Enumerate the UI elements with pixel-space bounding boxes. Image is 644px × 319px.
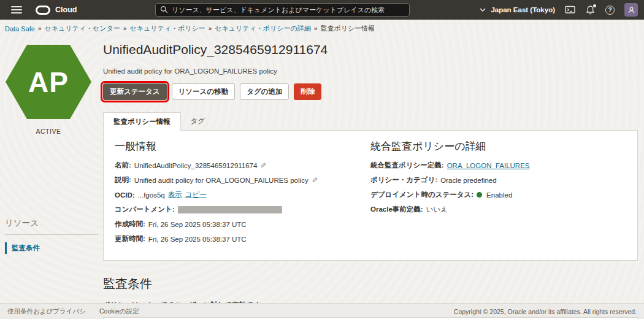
name-label: 名前: xyxy=(115,161,131,170)
policy-details-heading: 統合監査ポリシーの詳細 xyxy=(370,139,626,153)
definition-link[interactable]: ORA_LOGON_FAILURES xyxy=(447,162,530,169)
deploy-status-value: Enabled xyxy=(486,191,512,199)
region-selector[interactable]: Japan East (Tokyo) xyxy=(491,6,555,13)
search-icon xyxy=(160,6,168,13)
edit-description-icon[interactable]: ✎ xyxy=(312,176,318,185)
ocid-show-link[interactable]: 表示 xyxy=(168,190,182,199)
name-field: 名前: UnifiedAuditPolicy_3285465912911674 … xyxy=(115,161,370,170)
left-rail: AP ACTIVE リソース 監査条件 xyxy=(0,36,103,306)
breadcrumb-link-security-policy-details[interactable]: セキュリティ・ポリシーの詳細 xyxy=(215,24,311,33)
ocid-label: OCID: xyxy=(115,191,135,199)
region-chevron-down-icon[interactable] xyxy=(480,8,486,12)
delete-button[interactable]: 削除 xyxy=(294,83,321,100)
oracle-logo-icon[interactable] xyxy=(36,6,50,15)
policy-details-column: 統合監査ポリシーの詳細 統合監査ポリシー定義: ORA_LOGON_FAILUR… xyxy=(370,139,626,249)
policy-info-card: 一般情報 名前: UnifiedAuditPolicy_328546591291… xyxy=(103,130,638,261)
oracle-predefined-field: Oracle事前定義: いいえ xyxy=(370,205,626,214)
breadcrumb-link-data-safe[interactable]: Data Safe xyxy=(5,25,35,33)
sidebar-heading: リソース xyxy=(5,218,98,235)
main-area: AP ACTIVE リソース 監査条件 UnifiedAuditPolicy_3… xyxy=(0,36,644,306)
copyright-text: Copyright © 2025, Oracle and/or its affi… xyxy=(454,308,637,315)
detail-tabs: 監査ポリシー情報 タグ xyxy=(103,112,638,130)
breadcrumb-separator: » xyxy=(123,25,127,32)
ocid-field: OCID: ...fgos5q 表示 コピー xyxy=(115,190,370,199)
brand-label: Cloud xyxy=(55,6,77,14)
breadcrumb-link-security-policy[interactable]: セキュリティ・ポリシー xyxy=(129,24,205,33)
updated-value: Fri, 26 Sep 2025 05:38:37 UTC xyxy=(148,236,247,243)
resource-badge-container: AP ACTIVE xyxy=(6,45,91,135)
general-info-heading: 一般情報 xyxy=(115,139,370,153)
notification-dot xyxy=(593,4,596,7)
move-resource-button[interactable]: リソースの移動 xyxy=(172,83,236,100)
header-right-cluster: Japan East (Tokyo) ? xyxy=(480,0,638,20)
updated-label: 更新時間: xyxy=(115,234,145,244)
category-field: ポリシー・カテゴリ: Oracle predefined xyxy=(370,175,626,185)
audit-policy-hexagon-badge: AP xyxy=(6,45,91,119)
help-icon[interactable]: ? xyxy=(605,6,615,15)
created-field: 作成時間: Fri, 26 Sep 2025 05:38:37 UTC xyxy=(115,220,370,229)
general-info-column: 一般情報 名前: UnifiedAuditPolicy_328546591291… xyxy=(115,139,370,249)
terms-privacy-link[interactable]: 使用条件およびプライバシ xyxy=(7,307,86,316)
ocid-copy-link[interactable]: コピー xyxy=(185,190,207,199)
search-input[interactable] xyxy=(155,3,410,17)
breadcrumb: Data Safe » セキュリティ・センター » セキュリティ・ポリシー » … xyxy=(0,20,644,36)
compartment-label: コンパートメント: xyxy=(115,205,175,214)
cloud-shell-icon[interactable] xyxy=(565,5,575,15)
resources-sidebar: リソース 監査条件 xyxy=(5,218,98,254)
page-subtitle: Unified audit policy for ORA_LOGON_FAILU… xyxy=(103,67,638,75)
status-label: ACTIVE xyxy=(6,128,91,135)
definition-field: 統合監査ポリシー定義: ORA_LOGON_FAILURES xyxy=(370,161,626,170)
created-label: 作成時間: xyxy=(115,220,145,229)
oracle-predefined-value: いいえ xyxy=(426,205,448,214)
breadcrumb-separator: » xyxy=(38,25,42,32)
audit-conditions-heading: 監査条件 xyxy=(103,275,638,292)
notifications-bell-icon[interactable] xyxy=(585,5,596,15)
oci-console-page: Cloud Japan East (Tokyo) ? Data Safe » セ… xyxy=(0,0,644,319)
breadcrumb-link-security-center[interactable]: セキュリティ・センター xyxy=(44,24,120,33)
update-status-button[interactable]: 更新ステータス xyxy=(103,83,167,100)
badge-text: AP xyxy=(28,66,69,99)
top-header-bar: Cloud Japan East (Tokyo) ? xyxy=(0,0,644,20)
edit-name-icon[interactable]: ✎ xyxy=(260,161,266,170)
name-value: UnifiedAuditPolicy_3285465912911674 xyxy=(134,162,258,169)
oracle-predefined-label: Oracle事前定義: xyxy=(370,205,423,214)
created-value: Fri, 26 Sep 2025 05:38:37 UTC xyxy=(148,221,247,228)
cookie-settings-link[interactable]: Cookieの設定 xyxy=(99,307,139,316)
search-container xyxy=(155,3,410,17)
add-tags-button[interactable]: タグの追加 xyxy=(240,83,289,100)
ocid-value: ...fgos5q xyxy=(138,191,165,199)
breadcrumb-separator: » xyxy=(209,25,212,32)
tab-tags[interactable]: タグ xyxy=(181,112,215,130)
sidebar-item-audit-conditions[interactable]: 監査条件 xyxy=(5,242,98,254)
content-area: UnifiedAuditPolicy_3285465912911674 Unif… xyxy=(103,36,638,319)
description-label: 説明: xyxy=(115,175,131,185)
description-value: Unified audit policy for ORA_LOGON_FAILU… xyxy=(134,177,309,184)
page-title: UnifiedAuditPolicy_3285465912911674 xyxy=(103,42,638,57)
breadcrumb-current: 監査ポリシー情報 xyxy=(320,24,375,33)
category-value: Oracle predefined xyxy=(440,177,496,184)
breadcrumb-separator: » xyxy=(314,25,318,32)
updated-field: 更新時間: Fri, 26 Sep 2025 05:38:37 UTC xyxy=(115,234,370,244)
deploy-status-field: デプロイメント時のステータス: Enabled xyxy=(370,190,626,199)
deploy-status-label: デプロイメント時のステータス: xyxy=(370,190,473,199)
tab-audit-policy-info[interactable]: 監査ポリシー情報 xyxy=(103,112,181,131)
definition-label: 統合監査ポリシー定義: xyxy=(370,161,444,170)
action-buttons-row: 更新ステータス リソースの移動 タグの追加 削除 xyxy=(103,83,638,100)
footer-links: 使用条件およびプライバシ Cookieの設定 xyxy=(7,307,139,316)
description-field: 説明: Unified audit policy for ORA_LOGON_F… xyxy=(115,175,370,185)
hamburger-menu-icon[interactable] xyxy=(11,6,22,13)
enabled-status-dot xyxy=(477,192,482,198)
user-avatar[interactable] xyxy=(624,3,638,17)
compartment-field: コンパートメント: xyxy=(115,205,370,214)
category-label: ポリシー・カテゴリ: xyxy=(370,175,437,185)
compartment-redacted-value xyxy=(178,206,282,213)
